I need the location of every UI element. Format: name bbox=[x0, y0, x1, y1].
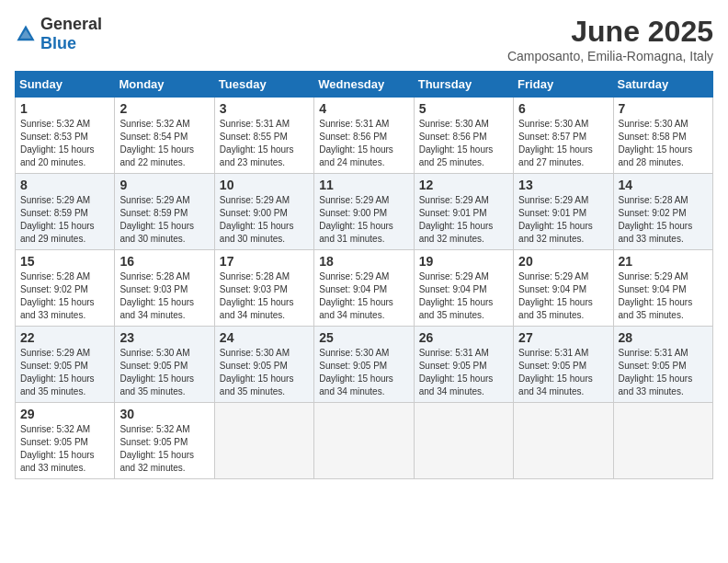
cell-text: Sunrise: 5:29 AMSunset: 9:04 PMDaylight:… bbox=[518, 270, 608, 322]
day-number: 4 bbox=[319, 101, 408, 116]
cell-text: Sunrise: 5:29 AMSunset: 9:04 PMDaylight:… bbox=[419, 270, 508, 322]
calendar-row-1: 1Sunrise: 5:32 AMSunset: 8:53 PMDaylight… bbox=[16, 98, 713, 174]
table-cell: 3Sunrise: 5:31 AMSunset: 8:55 PMDaylight… bbox=[214, 98, 313, 174]
table-cell: 17Sunrise: 5:28 AMSunset: 9:03 PMDayligh… bbox=[214, 250, 313, 327]
cell-text: Sunrise: 5:29 AMSunset: 8:59 PMDaylight:… bbox=[119, 194, 209, 246]
table-cell: 24Sunrise: 5:30 AMSunset: 9:05 PMDayligh… bbox=[214, 327, 313, 403]
day-number: 30 bbox=[119, 407, 209, 421]
day-number: 26 bbox=[419, 330, 508, 345]
day-number: 6 bbox=[518, 101, 608, 116]
day-number: 10 bbox=[220, 178, 309, 192]
cell-text: Sunrise: 5:29 AMSunset: 9:05 PMDaylight:… bbox=[20, 347, 109, 398]
header-friday: Friday bbox=[514, 72, 613, 98]
table-cell: 25Sunrise: 5:30 AMSunset: 9:05 PMDayligh… bbox=[314, 327, 414, 403]
cell-text: Sunrise: 5:29 AMSunset: 9:04 PMDaylight:… bbox=[619, 270, 708, 322]
table-cell: 28Sunrise: 5:31 AMSunset: 9:05 PMDayligh… bbox=[613, 327, 712, 403]
header-saturday: Saturday bbox=[613, 72, 712, 98]
cell-text: Sunrise: 5:28 AMSunset: 9:02 PMDaylight:… bbox=[20, 270, 109, 322]
cell-text: Sunrise: 5:30 AMSunset: 9:05 PMDaylight:… bbox=[220, 347, 309, 398]
day-number: 22 bbox=[20, 330, 109, 345]
table-cell: 21Sunrise: 5:29 AMSunset: 9:04 PMDayligh… bbox=[613, 250, 712, 327]
day-number: 19 bbox=[419, 254, 508, 269]
logo-icon bbox=[15, 23, 37, 45]
title-area: June 2025 Camposanto, Emilia-Romagna, It… bbox=[507, 15, 713, 63]
month-title: June 2025 bbox=[507, 15, 713, 49]
cell-text: Sunrise: 5:32 AMSunset: 9:05 PMDaylight:… bbox=[20, 423, 109, 475]
table-cell: 22Sunrise: 5:29 AMSunset: 9:05 PMDayligh… bbox=[16, 327, 115, 403]
cell-text: Sunrise: 5:31 AMSunset: 8:56 PMDaylight:… bbox=[319, 118, 408, 169]
table-cell: 1Sunrise: 5:32 AMSunset: 8:53 PMDaylight… bbox=[16, 98, 115, 174]
day-number: 2 bbox=[119, 101, 209, 116]
header: General Blue June 2025 Camposanto, Emili… bbox=[15, 15, 713, 63]
table-cell: 18Sunrise: 5:29 AMSunset: 9:04 PMDayligh… bbox=[314, 250, 414, 327]
cell-text: Sunrise: 5:29 AMSunset: 8:59 PMDaylight:… bbox=[20, 194, 109, 246]
day-number: 14 bbox=[619, 178, 708, 192]
header-monday: Monday bbox=[115, 72, 214, 98]
table-cell: 5Sunrise: 5:30 AMSunset: 8:56 PMDaylight… bbox=[414, 98, 513, 174]
day-number: 11 bbox=[319, 178, 408, 192]
cell-text: Sunrise: 5:29 AMSunset: 9:04 PMDaylight:… bbox=[319, 270, 408, 322]
table-cell bbox=[214, 403, 313, 479]
table-cell: 16Sunrise: 5:28 AMSunset: 9:03 PMDayligh… bbox=[115, 250, 214, 327]
day-number: 15 bbox=[20, 254, 109, 269]
cell-text: Sunrise: 5:28 AMSunset: 9:03 PMDaylight:… bbox=[220, 270, 309, 322]
table-cell: 4Sunrise: 5:31 AMSunset: 8:56 PMDaylight… bbox=[314, 98, 414, 174]
table-cell: 23Sunrise: 5:30 AMSunset: 9:05 PMDayligh… bbox=[115, 327, 214, 403]
day-number: 3 bbox=[220, 101, 309, 116]
table-cell: 6Sunrise: 5:30 AMSunset: 8:57 PMDaylight… bbox=[514, 98, 613, 174]
day-number: 8 bbox=[20, 178, 109, 192]
cell-text: Sunrise: 5:32 AMSunset: 9:05 PMDaylight:… bbox=[119, 423, 209, 475]
day-number: 18 bbox=[319, 254, 408, 269]
cell-text: Sunrise: 5:31 AMSunset: 9:05 PMDaylight:… bbox=[518, 347, 608, 398]
calendar-row-4: 22Sunrise: 5:29 AMSunset: 9:05 PMDayligh… bbox=[16, 327, 713, 403]
table-cell: 12Sunrise: 5:29 AMSunset: 9:01 PMDayligh… bbox=[414, 174, 513, 250]
day-number: 28 bbox=[619, 330, 708, 345]
calendar-table: Sunday Monday Tuesday Wednesday Thursday… bbox=[15, 71, 713, 479]
header-sunday: Sunday bbox=[16, 72, 115, 98]
calendar-row-5: 29Sunrise: 5:32 AMSunset: 9:05 PMDayligh… bbox=[16, 403, 713, 479]
cell-text: Sunrise: 5:31 AMSunset: 9:05 PMDaylight:… bbox=[419, 347, 508, 398]
day-number: 17 bbox=[220, 254, 309, 269]
logo-general: General bbox=[40, 15, 102, 33]
cell-text: Sunrise: 5:31 AMSunset: 9:05 PMDaylight:… bbox=[619, 347, 708, 398]
cell-text: Sunrise: 5:32 AMSunset: 8:53 PMDaylight:… bbox=[20, 118, 109, 169]
cell-text: Sunrise: 5:30 AMSunset: 9:05 PMDaylight:… bbox=[319, 347, 408, 398]
table-cell: 15Sunrise: 5:28 AMSunset: 9:02 PMDayligh… bbox=[16, 250, 115, 327]
table-cell: 7Sunrise: 5:30 AMSunset: 8:58 PMDaylight… bbox=[613, 98, 712, 174]
cell-text: Sunrise: 5:28 AMSunset: 9:03 PMDaylight:… bbox=[119, 270, 209, 322]
day-number: 24 bbox=[220, 330, 309, 345]
day-number: 7 bbox=[619, 101, 708, 116]
day-number: 29 bbox=[20, 407, 109, 421]
day-number: 9 bbox=[119, 178, 209, 192]
table-cell: 19Sunrise: 5:29 AMSunset: 9:04 PMDayligh… bbox=[414, 250, 513, 327]
calendar-row-3: 15Sunrise: 5:28 AMSunset: 9:02 PMDayligh… bbox=[16, 250, 713, 327]
table-cell: 10Sunrise: 5:29 AMSunset: 9:00 PMDayligh… bbox=[214, 174, 313, 250]
table-cell bbox=[613, 403, 712, 479]
day-number: 23 bbox=[119, 330, 209, 345]
day-number: 20 bbox=[518, 254, 608, 269]
table-cell: 29Sunrise: 5:32 AMSunset: 9:05 PMDayligh… bbox=[16, 403, 115, 479]
cell-text: Sunrise: 5:29 AMSunset: 9:01 PMDaylight:… bbox=[518, 194, 608, 246]
cell-text: Sunrise: 5:29 AMSunset: 9:00 PMDaylight:… bbox=[220, 194, 309, 246]
cell-text: Sunrise: 5:30 AMSunset: 8:56 PMDaylight:… bbox=[419, 118, 508, 169]
header-wednesday: Wednesday bbox=[314, 72, 414, 98]
table-cell bbox=[514, 403, 613, 479]
table-cell: 30Sunrise: 5:32 AMSunset: 9:05 PMDayligh… bbox=[115, 403, 214, 479]
calendar-header-row: Sunday Monday Tuesday Wednesday Thursday… bbox=[16, 72, 713, 98]
table-cell: 11Sunrise: 5:29 AMSunset: 9:00 PMDayligh… bbox=[314, 174, 414, 250]
table-cell: 13Sunrise: 5:29 AMSunset: 9:01 PMDayligh… bbox=[514, 174, 613, 250]
cell-text: Sunrise: 5:31 AMSunset: 8:55 PMDaylight:… bbox=[220, 118, 309, 169]
day-number: 16 bbox=[119, 254, 209, 269]
day-number: 27 bbox=[518, 330, 608, 345]
day-number: 1 bbox=[20, 101, 109, 116]
table-cell: 26Sunrise: 5:31 AMSunset: 9:05 PMDayligh… bbox=[414, 327, 513, 403]
logo: General Blue bbox=[15, 15, 102, 53]
cell-text: Sunrise: 5:29 AMSunset: 9:00 PMDaylight:… bbox=[319, 194, 408, 246]
day-number: 12 bbox=[419, 178, 508, 192]
cell-text: Sunrise: 5:28 AMSunset: 9:02 PMDaylight:… bbox=[619, 194, 708, 246]
table-cell: 8Sunrise: 5:29 AMSunset: 8:59 PMDaylight… bbox=[16, 174, 115, 250]
day-number: 21 bbox=[619, 254, 708, 269]
header-thursday: Thursday bbox=[414, 72, 513, 98]
day-number: 25 bbox=[319, 330, 408, 345]
cell-text: Sunrise: 5:29 AMSunset: 9:01 PMDaylight:… bbox=[419, 194, 508, 246]
